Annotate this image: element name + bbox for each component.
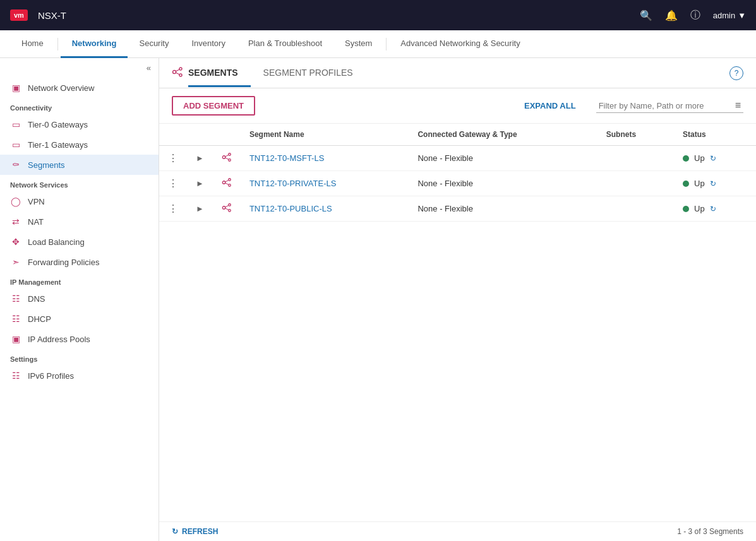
col-header-status: Status: [674, 124, 756, 146]
status-dot-icon: [683, 155, 689, 162]
sidebar-item-dhcp[interactable]: ☷ DHCP: [0, 309, 159, 329]
row-segment-name[interactable]: TNT12-T0-PRIVATE-LS: [241, 171, 409, 196]
sidebar-label-tier0: Tier-0 Gateways: [28, 120, 88, 129]
topbar-icons: 🔍 🔔 ⓘ admin ▼: [640, 9, 746, 22]
sidebar-section-settings: Settings: [0, 349, 159, 366]
segments-icon: ⚰: [10, 160, 21, 170]
nav-advanced[interactable]: Advanced Networking & Security: [389, 30, 531, 58]
sidebar-item-network-overview[interactable]: ▣ Network Overview: [0, 78, 159, 98]
row-segment-icon: [213, 146, 241, 171]
refresh-button[interactable]: ↻ REFRESH: [172, 527, 218, 536]
nav-plan-troubleshoot[interactable]: Plan & Troubleshoot: [237, 30, 333, 58]
search-icon[interactable]: 🔍: [640, 9, 652, 21]
navbar: Home Networking Security Inventory Plan …: [0, 30, 756, 58]
sidebar-label-network-overview: Network Overview: [28, 83, 94, 93]
ip-address-pools-icon: ▣: [10, 334, 21, 344]
row-segment-icon: [213, 196, 241, 222]
forwarding-policies-icon: ➣: [10, 257, 21, 267]
network-overview-icon: ▣: [10, 83, 21, 93]
segments-table: Segment Name Connected Gateway & Type Su…: [159, 124, 756, 222]
row-subnets: [597, 171, 674, 196]
sidebar-label-tier1: Tier-1 Gateways: [28, 140, 88, 150]
sidebar-label-ip-address-pools: IP Address Pools: [28, 335, 90, 344]
sidebar-collapse-btn[interactable]: «: [0, 58, 159, 78]
tab-bar: SEGMENTS SEGMENT PROFILES ?: [159, 58, 756, 88]
sidebar-item-dns[interactable]: ☷ DNS: [0, 288, 159, 309]
filter-box[interactable]: ≡: [596, 98, 743, 113]
nat-icon: ⇄: [10, 217, 21, 227]
filter-input[interactable]: [599, 101, 725, 110]
status-text: Up: [694, 179, 705, 188]
filter-lines-icon[interactable]: ≡: [735, 100, 741, 111]
row-segment-icon: [213, 171, 241, 196]
sidebar-item-load-balancing[interactable]: ✥ Load Balancing: [0, 232, 159, 252]
nav-sep-1: [57, 38, 58, 51]
svg-line-4: [176, 73, 180, 74]
nav-system[interactable]: System: [333, 30, 383, 58]
load-balancing-icon: ✥: [10, 237, 21, 247]
row-expand[interactable]: ►: [187, 196, 213, 222]
col-header-expand: [187, 124, 213, 146]
svg-point-11: [229, 179, 231, 181]
collapse-icon: «: [147, 63, 151, 73]
sidebar-label-dhcp: DHCP: [28, 314, 51, 324]
col-header-subnets: Subnets: [597, 124, 674, 146]
nav-security[interactable]: Security: [128, 30, 180, 58]
svg-point-12: [229, 184, 231, 187]
help-icon[interactable]: ⓘ: [690, 9, 700, 22]
user-chevron-icon: ▼: [738, 11, 746, 20]
col-header-actions: [159, 124, 187, 146]
expand-all-button[interactable]: EXPAND ALL: [524, 101, 576, 110]
refresh-row-icon[interactable]: ↻: [710, 179, 716, 188]
app-logo: vm: [10, 9, 28, 21]
tab-segment-profiles[interactable]: SEGMENT PROFILES: [263, 59, 366, 87]
sidebar-item-vpn[interactable]: ◯ VPN: [0, 191, 159, 211]
nav-home[interactable]: Home: [10, 30, 55, 58]
tab-segments[interactable]: SEGMENTS: [188, 59, 251, 87]
sidebar: « ▣ Network Overview Connectivity ▭ Tier…: [0, 58, 159, 541]
row-actions[interactable]: ⋮: [159, 196, 187, 222]
row-expand[interactable]: ►: [187, 146, 213, 171]
sidebar-section-connectivity: Connectivity: [0, 98, 159, 114]
vpn-icon: ◯: [10, 196, 21, 206]
sidebar-item-forwarding-policies[interactable]: ➣ Forwarding Policies: [0, 252, 159, 272]
sidebar-label-segments: Segments: [28, 160, 65, 170]
count-label: 1 - 3 of 3 Segments: [677, 527, 743, 536]
col-header-connected-gw: Connected Gateway & Type: [409, 124, 597, 146]
svg-point-7: [229, 159, 231, 162]
svg-point-0: [173, 70, 176, 73]
sidebar-item-segments[interactable]: ⚰ Segments: [0, 155, 159, 175]
nav-inventory[interactable]: Inventory: [180, 30, 236, 58]
sidebar-item-nat[interactable]: ⇄ NAT: [0, 211, 159, 232]
sidebar-section-ip-management: IP Management: [0, 272, 159, 288]
refresh-row-icon[interactable]: ↻: [710, 154, 716, 163]
row-segment-name[interactable]: TNT12-T0-PUBLIC-LS: [241, 196, 409, 222]
sidebar-item-tier1[interactable]: ▭ Tier-1 Gateways: [0, 134, 159, 155]
svg-line-19: [225, 208, 229, 210]
row-segment-name[interactable]: TNT12-T0-MSFT-LS: [241, 146, 409, 171]
ipv6-profiles-icon: ☷: [10, 371, 21, 381]
sidebar-item-tier0[interactable]: ▭ Tier-0 Gateways: [0, 114, 159, 134]
svg-point-6: [229, 153, 231, 156]
table-row: ⋮ ► TNT12-T0-MSFT-LS None - Flexible Up …: [159, 146, 756, 171]
nav-sep-2: [386, 38, 387, 51]
sidebar-label-ipv6-profiles: IPv6 Profiles: [28, 371, 74, 381]
sidebar-label-nat: NAT: [28, 217, 44, 227]
row-actions[interactable]: ⋮: [159, 146, 187, 171]
user-menu[interactable]: admin ▼: [713, 11, 746, 20]
col-header-segment-name: Segment Name: [241, 124, 409, 146]
help-button[interactable]: ?: [729, 66, 743, 80]
row-status: Up ↻: [674, 146, 756, 171]
add-segment-button[interactable]: ADD SEGMENT: [172, 96, 255, 116]
row-status: Up ↻: [674, 196, 756, 222]
bell-icon[interactable]: 🔔: [665, 9, 678, 21]
segments-table-container: Segment Name Connected Gateway & Type Su…: [159, 124, 756, 521]
row-expand[interactable]: ►: [187, 171, 213, 196]
main-content: SEGMENTS SEGMENT PROFILES ? ADD SEGMENT …: [159, 58, 756, 541]
nav-networking[interactable]: Networking: [61, 30, 128, 58]
row-actions[interactable]: ⋮: [159, 171, 187, 196]
sidebar-item-ip-address-pools[interactable]: ▣ IP Address Pools: [0, 329, 159, 349]
toolbar: ADD SEGMENT EXPAND ALL ≡: [159, 88, 756, 124]
sidebar-item-ipv6-profiles[interactable]: ☷ IPv6 Profiles: [0, 366, 159, 386]
refresh-row-icon[interactable]: ↻: [710, 205, 716, 213]
